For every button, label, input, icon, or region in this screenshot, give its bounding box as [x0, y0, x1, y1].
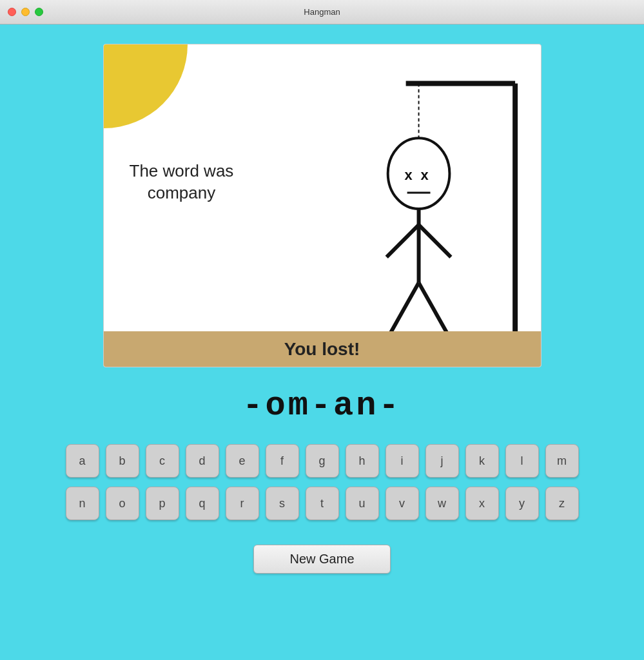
key-o[interactable]: o	[106, 487, 139, 520]
scene-inner: The word was company x x	[104, 44, 541, 367]
svg-text:x: x	[404, 167, 413, 183]
keyboard-row-2: nopqrstuvwxyz	[66, 487, 579, 520]
key-p[interactable]: p	[146, 487, 179, 520]
game-scene: The word was company x x	[103, 44, 542, 367]
svg-line-12	[418, 283, 447, 335]
svg-line-9	[418, 225, 451, 257]
key-t[interactable]: t	[306, 487, 339, 520]
you-lost-text: You lost!	[284, 339, 360, 360]
svg-text:x: x	[420, 167, 429, 183]
key-g[interactable]: g	[306, 444, 339, 478]
hangman-svg: x x	[104, 44, 541, 367]
key-y[interactable]: y	[505, 487, 539, 520]
keyboard-row-1: abcdefghijklm	[66, 444, 579, 478]
key-i[interactable]: i	[385, 444, 419, 478]
key-m[interactable]: m	[545, 444, 579, 478]
key-b[interactable]: b	[106, 444, 139, 478]
main-content: The word was company x x	[0, 24, 644, 574]
new-game-button[interactable]: New Game	[253, 545, 390, 574]
close-button[interactable]	[8, 8, 16, 16]
key-r[interactable]: r	[226, 487, 259, 520]
word-display: -om-an-	[242, 387, 401, 425]
key-w[interactable]: w	[425, 487, 459, 520]
key-f[interactable]: f	[266, 444, 299, 478]
key-d[interactable]: d	[186, 444, 219, 478]
key-a[interactable]: a	[66, 444, 99, 478]
svg-line-8	[386, 225, 418, 257]
key-j[interactable]: j	[425, 444, 459, 478]
key-s[interactable]: s	[266, 487, 299, 520]
maximize-button[interactable]	[35, 8, 43, 16]
window-controls	[8, 8, 43, 16]
key-e[interactable]: e	[226, 444, 259, 478]
key-c[interactable]: c	[146, 444, 179, 478]
title-bar: Hangman	[0, 0, 644, 24]
key-n[interactable]: n	[66, 487, 99, 520]
key-z[interactable]: z	[545, 487, 579, 520]
minimize-button[interactable]	[21, 8, 30, 16]
key-v[interactable]: v	[385, 487, 419, 520]
keyboard: abcdefghijklm nopqrstuvwxyz	[66, 444, 579, 520]
window-title: Hangman	[304, 7, 340, 17]
key-u[interactable]: u	[346, 487, 379, 520]
key-x[interactable]: x	[465, 487, 499, 520]
you-lost-banner: You lost!	[104, 331, 541, 367]
svg-point-3	[387, 138, 449, 209]
key-q[interactable]: q	[186, 487, 219, 520]
key-k[interactable]: k	[465, 444, 499, 478]
key-h[interactable]: h	[346, 444, 379, 478]
key-l[interactable]: l	[505, 444, 539, 478]
svg-line-10	[389, 283, 418, 335]
